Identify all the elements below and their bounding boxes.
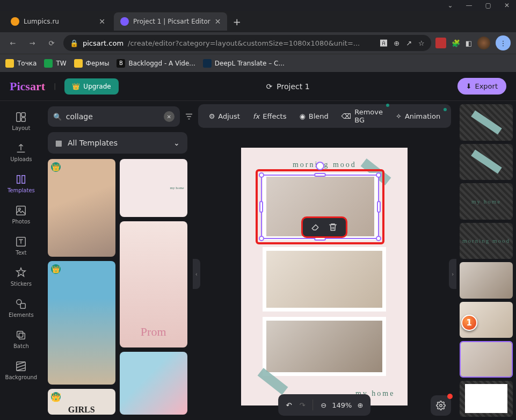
rotate-handle[interactable] xyxy=(316,162,324,170)
rail-text[interactable]: Text xyxy=(2,231,40,260)
ctx-animation[interactable]: ✧Animation xyxy=(390,109,446,124)
template-thumb[interactable]: 👑GIRLS xyxy=(48,389,115,415)
layer-tape[interactable] xyxy=(460,104,513,141)
zoom-out-icon[interactable]: ⊖ xyxy=(321,401,326,409)
rail-label: Elements xyxy=(9,312,34,318)
erase-icon[interactable] xyxy=(309,221,322,234)
rail-elements[interactable]: Elements xyxy=(2,293,40,322)
rail-layout[interactable]: Layout xyxy=(2,106,40,135)
rail-templates[interactable]: Templates xyxy=(2,169,40,198)
app-body: Layout Uploads Templates Photos Text Sti… xyxy=(0,101,516,420)
template-thumb[interactable]: my home xyxy=(120,159,187,217)
resize-handle[interactable] xyxy=(377,201,381,213)
bookmark-tochka[interactable]: Точка xyxy=(5,59,37,68)
template-thumb[interactable]: 👑 xyxy=(48,261,115,385)
export-button[interactable]: ⬇ Export xyxy=(457,78,506,95)
canvas-text-morning[interactable]: morning mood xyxy=(293,161,357,169)
upgrade-button[interactable]: 👑 Upgrade xyxy=(64,78,118,95)
down-icon[interactable]: ⌄ xyxy=(448,2,453,9)
layer-frame[interactable] xyxy=(460,381,513,417)
clear-search-icon[interactable]: ✕ xyxy=(164,111,175,122)
browser-menu-icon[interactable]: ⋮ xyxy=(496,35,511,50)
maximize-icon[interactable]: ▢ xyxy=(485,2,491,9)
url-bar[interactable]: 🔒 picsart.com /create/editor?category=la… xyxy=(63,35,431,51)
layer-image-selected[interactable] xyxy=(460,341,513,378)
share-icon[interactable]: ↗ xyxy=(406,39,412,47)
star-icon[interactable]: ☆ xyxy=(418,39,425,47)
reload-icon[interactable]: ⟳ xyxy=(44,35,59,50)
resize-handle[interactable] xyxy=(259,172,264,178)
ctx-blend[interactable]: ◉Blend xyxy=(294,109,333,124)
ctx-effects[interactable]: fxEffects xyxy=(248,109,292,124)
bookmark-backloggd[interactable]: BBackloggd - A Vide... xyxy=(117,59,195,68)
template-thumb[interactable] xyxy=(120,352,187,415)
rail-label: Text xyxy=(16,250,26,256)
rail-background[interactable]: Background xyxy=(2,356,40,385)
zoom-in-icon[interactable]: ⊕ xyxy=(357,401,363,409)
template-thumb[interactable]: Prom xyxy=(120,221,187,347)
delete-icon[interactable] xyxy=(326,221,339,234)
resize-handle[interactable] xyxy=(259,236,264,241)
rail-stickers[interactable]: Stickers xyxy=(2,262,40,291)
template-thumb[interactable]: 👑 xyxy=(48,159,115,257)
favicon xyxy=(120,17,129,26)
ctx-label: Adjust xyxy=(218,112,240,120)
close-tab-icon[interactable]: ✕ xyxy=(99,17,105,26)
project-name[interactable]: ⟳ Project 1 xyxy=(266,82,310,91)
profile-avatar[interactable] xyxy=(477,37,490,49)
resize-handle[interactable] xyxy=(376,236,381,241)
canvas[interactable]: morning mood my home xyxy=(241,148,408,405)
bookmark-deepl[interactable]: DeepL Translate – C... xyxy=(203,59,285,68)
ext-icon[interactable] xyxy=(435,38,446,48)
layer-text[interactable]: my home xyxy=(460,183,513,220)
layer-text[interactable]: morning mood xyxy=(460,223,513,259)
search-input[interactable] xyxy=(66,112,159,121)
ctx-adjust[interactable]: ⚙Adjust xyxy=(204,109,245,124)
tab-picsart[interactable]: Project 1 | Picsart Editor ✕ xyxy=(114,12,227,31)
close-window-icon[interactable]: ✕ xyxy=(504,2,510,9)
templates-dropdown[interactable]: ▦ All Templates ⌄ xyxy=(48,132,187,154)
undo-icon[interactable]: ↶ xyxy=(286,401,292,409)
rail-label: Photos xyxy=(12,219,30,225)
bookmark-fermy[interactable]: Фермы xyxy=(74,59,110,68)
bookmark-tw[interactable]: TW xyxy=(44,59,66,68)
forward-icon[interactable]: → xyxy=(25,35,40,50)
sidepanel-icon[interactable]: ◧ xyxy=(466,39,472,47)
rail-photos[interactable]: Photos xyxy=(2,200,40,229)
canvas-area: ⚙Adjust fxEffects ◉Blend ⌫Remove BG ✧Ani… xyxy=(193,101,456,420)
translate-icon[interactable]: 🅰 xyxy=(380,39,387,47)
collapse-left-icon[interactable]: ‹ xyxy=(193,259,200,289)
zoomglass-icon[interactable]: ⊕ xyxy=(394,39,399,47)
layer-tape[interactable] xyxy=(460,144,513,180)
minimize-icon[interactable]: — xyxy=(466,2,473,9)
rail-batch[interactable]: Batch xyxy=(2,324,40,353)
close-tab-icon[interactable]: ✕ xyxy=(215,17,221,26)
photo-frame-3[interactable] xyxy=(263,317,386,376)
settings-button[interactable] xyxy=(431,395,451,416)
rail-label: Templates xyxy=(8,187,35,193)
new-tab-button[interactable]: + xyxy=(229,14,244,29)
eraser-icon: ⌫ xyxy=(341,112,351,120)
canvas-wrap[interactable]: ‹ › morning mood my home xyxy=(193,128,456,420)
collapse-right-icon[interactable]: › xyxy=(449,259,456,289)
filter-icon[interactable] xyxy=(184,106,193,127)
resize-handle[interactable] xyxy=(376,172,381,178)
photo-frame-2[interactable] xyxy=(263,247,386,312)
ctx-removebg[interactable]: ⌫Remove BG xyxy=(336,105,388,127)
rail-label: Uploads xyxy=(10,156,32,162)
svg-rect-2 xyxy=(21,117,25,121)
resize-handle[interactable] xyxy=(259,201,263,213)
tab-lumpics[interactable]: Lumpics.ru ✕ xyxy=(4,12,112,31)
zoom-value[interactable]: 149% xyxy=(332,401,352,409)
extensions-icon[interactable]: 🧩 xyxy=(452,39,460,47)
rail-uploads[interactable]: Uploads xyxy=(2,137,40,166)
logo[interactable]: Picsart xyxy=(10,79,45,93)
photo-content xyxy=(266,321,382,372)
resize-handle[interactable] xyxy=(314,173,326,177)
redo-icon[interactable]: ↷ xyxy=(299,401,305,409)
browser-navbar: ← → ⟳ 🔒 picsart.com /create/editor?categ… xyxy=(0,32,516,54)
layer-image[interactable] xyxy=(460,262,513,299)
adjust-icon: ⚙ xyxy=(209,112,215,120)
back-icon[interactable]: ← xyxy=(5,35,20,50)
svg-rect-3 xyxy=(17,206,26,215)
